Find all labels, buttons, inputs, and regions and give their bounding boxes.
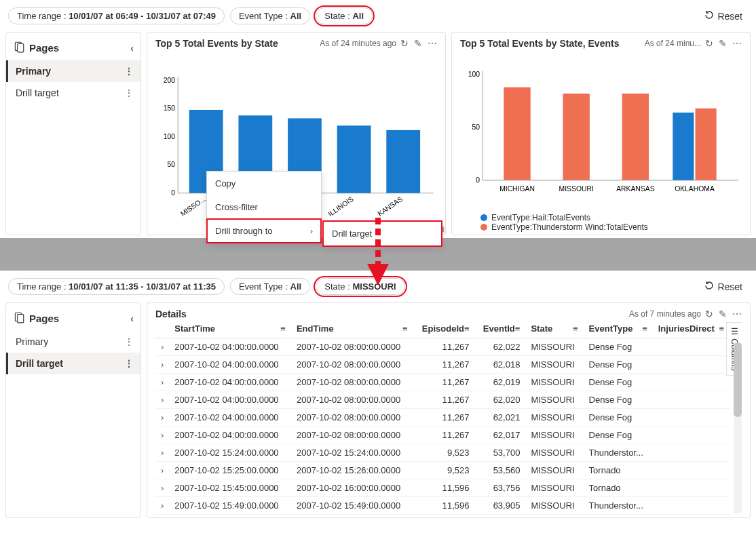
chart-area[interactable]: 0 50 100 MICHIGAN MISSOURI ARKANSAS (460, 49, 742, 213)
col-injuries[interactable]: InjuriesDirect ≡ (653, 319, 730, 338)
expand-row-icon[interactable]: › (155, 391, 169, 409)
collapse-pages-icon[interactable]: ‹ (130, 43, 134, 54)
filter-state-label: State : (324, 11, 350, 21)
page-item-drill-target[interactable]: Drill target ⋮ (6, 82, 140, 104)
reset-button[interactable]: Reset (698, 277, 748, 296)
filter-time-label: Time range : (17, 281, 67, 292)
page-item-primary[interactable]: Primary ⋮ (6, 331, 140, 353)
svg-text:100: 100 (164, 133, 176, 140)
page-more-icon[interactable]: ⋮ (124, 66, 134, 77)
column-menu-icon[interactable]: ≡ (719, 323, 724, 334)
table-row[interactable]: ›2007-10-02 04:00:00.00002007-10-02 08:0… (155, 391, 730, 409)
filter-time-range[interactable]: Time range : 10/01/07 at 11:35 - 10/31/0… (8, 278, 225, 295)
cell-injuries (653, 356, 730, 374)
svg-text:200: 200 (164, 77, 176, 84)
more-icon[interactable]: ⋯ (732, 38, 742, 49)
column-menu-icon[interactable]: ≡ (642, 323, 647, 334)
col-starttime[interactable]: StartTime≡ (169, 319, 291, 338)
page-item-primary[interactable]: Primary ⋮ (6, 60, 140, 82)
collapse-pages-icon[interactable]: ‹ (130, 313, 134, 324)
cell-state: MISSOURI (525, 444, 583, 462)
pages-header: Pages ‹ (6, 35, 140, 60)
cell-episodeid: 11,596 (413, 497, 475, 515)
table-row[interactable]: ›2007-10-02 15:49:00.00002007-10-02 15:4… (155, 497, 730, 515)
expand-row-icon[interactable]: › (155, 479, 169, 497)
reset-button[interactable]: Reset (698, 7, 748, 25)
edit-icon[interactable]: ✎ (719, 309, 727, 319)
expand-row-icon[interactable]: › (155, 374, 169, 391)
svg-rect-34 (18, 315, 24, 323)
expand-row-icon[interactable]: › (155, 427, 169, 444)
ctx-drill-through[interactable]: Drill through to › (207, 219, 321, 243)
col-endtime[interactable]: EndTime≡ (291, 319, 413, 338)
ctx-copy[interactable]: Copy (207, 172, 321, 195)
col-episodeid[interactable]: EpisodeId ≡ (413, 319, 475, 338)
expand-row-icon[interactable]: › (155, 444, 169, 462)
expand-row-icon[interactable]: › (155, 497, 169, 515)
table-row[interactable]: ›2007-10-02 04:00:00.00002007-10-02 08:0… (155, 427, 730, 444)
cell-endtime: 2007-10-02 15:26:00.0000 (291, 462, 413, 479)
pages-title: Pages (29, 42, 59, 54)
expand-row-icon[interactable]: › (155, 338, 169, 356)
col-state[interactable]: State≡ (525, 319, 583, 338)
refresh-icon[interactable]: ↻ (705, 309, 713, 319)
cell-injuries (653, 338, 730, 356)
svg-text:ARKANSAS: ARKANSAS (616, 185, 655, 193)
column-menu-icon[interactable]: ≡ (515, 323, 521, 334)
page-more-icon[interactable]: ⋮ (124, 358, 134, 369)
col-label: EndTime (297, 323, 334, 334)
table-row[interactable]: ›2007-10-02 15:24:00.00002007-10-02 15:2… (155, 444, 730, 462)
table-row[interactable]: ›2007-10-02 04:00:00.00002007-10-02 08:0… (155, 356, 730, 374)
page-item-drill-target[interactable]: Drill target ⋮ (6, 353, 140, 374)
filter-event-type[interactable]: Event Type : All (230, 7, 310, 24)
scrollbar-track[interactable] (734, 342, 742, 513)
legend-dot-thunder (480, 224, 487, 231)
filter-event-type[interactable]: Event Type : All (230, 278, 310, 295)
cell-endtime: 2007-10-02 15:24:00.0000 (291, 444, 413, 462)
filter-event-label: Event Type : (239, 281, 288, 292)
filter-state[interactable]: State : MISSOURI (316, 278, 405, 295)
col-eventid[interactable]: EventId ≡ (475, 319, 526, 338)
cell-episodeid: 9,523 (413, 462, 475, 479)
refresh-icon[interactable]: ↻ (705, 38, 713, 49)
column-menu-icon[interactable]: ≡ (402, 323, 408, 334)
table-row[interactable]: ›2007-10-02 15:45:00.00002007-10-02 16:0… (155, 479, 730, 497)
svg-rect-24 (622, 94, 649, 180)
scrollbar-thumb[interactable] (734, 342, 742, 417)
edit-icon[interactable]: ✎ (719, 38, 727, 49)
column-menu-icon[interactable]: ≡ (573, 323, 578, 334)
details-asof: As of 7 minutes ago (629, 309, 701, 319)
page-more-icon[interactable]: ⋮ (124, 336, 134, 347)
svg-text:0: 0 (171, 189, 175, 197)
chart-area[interactable]: 0 50 100 150 200 MISSO. (155, 49, 437, 232)
cell-eventtype: Thunderstor... (584, 497, 653, 515)
cell-starttime: 2007-10-02 04:00:00.0000 (169, 427, 291, 444)
table-row[interactable]: ›2007-10-02 04:00:00.00002007-10-02 08:0… (155, 338, 730, 356)
columns-icon: ☰ (730, 327, 739, 336)
cell-injuries (653, 462, 730, 479)
more-icon[interactable]: ⋯ (732, 309, 742, 319)
table-row[interactable]: ›2007-10-02 04:00:00.00002007-10-02 08:0… (155, 409, 730, 427)
svg-rect-12 (337, 125, 371, 193)
expand-row-icon[interactable]: › (155, 462, 169, 479)
table-row[interactable]: ›2007-10-02 15:25:00.00002007-10-02 15:2… (155, 462, 730, 479)
expand-row-icon[interactable]: › (155, 409, 169, 427)
col-label: EventType (589, 323, 633, 334)
page-more-icon[interactable]: ⋮ (124, 87, 134, 98)
cell-eventid: 62,019 (475, 374, 526, 391)
col-eventtype[interactable]: EventType≡ (584, 319, 653, 338)
column-menu-icon[interactable]: ≡ (280, 323, 286, 334)
svg-text:150: 150 (164, 104, 176, 112)
expand-row-icon[interactable]: › (155, 356, 169, 374)
tile-top5-by-state: Top 5 Total Events by State As of 24 min… (147, 32, 446, 235)
filter-time-range[interactable]: Time range : 10/01/07 at 06:49 - 10/31/0… (8, 7, 225, 24)
column-menu-icon[interactable]: ≡ (464, 323, 470, 334)
col-label: State (531, 323, 552, 334)
more-icon[interactable]: ⋯ (428, 38, 437, 49)
filter-state[interactable]: State : All (316, 7, 373, 24)
reset-icon (704, 9, 715, 22)
table-row[interactable]: ›2007-10-02 04:00:00.00002007-10-02 08:0… (155, 374, 730, 391)
ctx-cross-filter[interactable]: Cross-filter (207, 195, 321, 219)
refresh-icon[interactable]: ↻ (400, 38, 409, 49)
edit-icon[interactable]: ✎ (414, 38, 422, 49)
